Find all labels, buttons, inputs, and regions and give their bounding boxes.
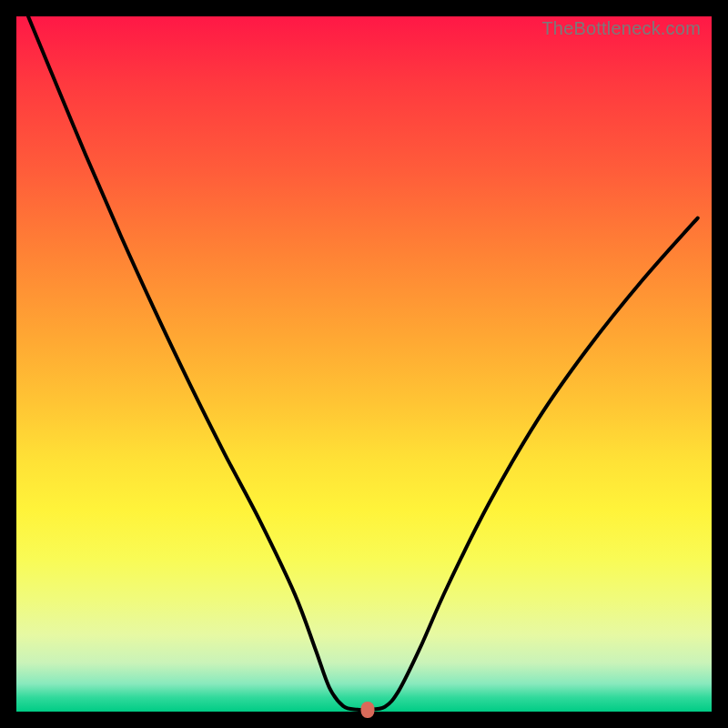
bottleneck-curve (16, 16, 712, 712)
curve-path (28, 16, 698, 710)
chart-frame: TheBottleneck.com (0, 0, 728, 728)
plot-area: TheBottleneck.com (16, 16, 712, 712)
optimum-marker (360, 702, 374, 718)
